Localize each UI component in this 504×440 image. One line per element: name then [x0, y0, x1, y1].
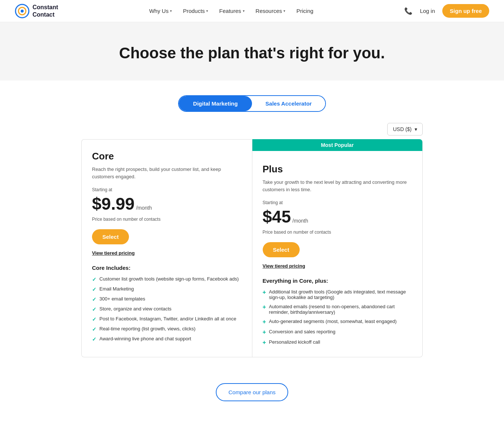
- feature-text: Award-winning live phone and chat suppor…: [99, 336, 191, 341]
- nav-right: 📞 Log in Sign up free: [404, 4, 489, 18]
- login-button[interactable]: Log in: [418, 5, 436, 17]
- feature-text: Post to Facebook, Instagram, Twitter, an…: [99, 316, 236, 322]
- core-price-period: /month: [136, 205, 152, 211]
- plus-select-button[interactable]: Select: [263, 242, 300, 257]
- core-includes-title: Core Includes:: [92, 265, 242, 271]
- plus-add-icon: +: [263, 339, 266, 346]
- list-item: + Auto-generated segments (most, somewha…: [263, 319, 412, 325]
- plus-add-icon: +: [263, 289, 266, 296]
- chevron-down-icon: ▾: [170, 9, 172, 13]
- list-item: ✓ Store, organize and view contacts: [92, 306, 242, 312]
- compare-plans-button[interactable]: Compare our plans: [216, 383, 288, 401]
- plus-plan-description: Take your growth to the next level by at…: [263, 179, 412, 193]
- core-plan-card: Core Reach the right prospects, build yo…: [81, 139, 252, 357]
- list-item: + Conversion and sales reporting: [263, 329, 412, 336]
- chevron-down-icon: ▾: [415, 126, 417, 132]
- feature-text: Additional list growth tools (Google ads…: [269, 289, 412, 300]
- list-item: + Additional list growth tools (Google a…: [263, 289, 412, 300]
- chevron-down-icon: ▾: [243, 9, 245, 13]
- list-item: ✓ Email Marketing: [92, 286, 242, 292]
- feature-text: Customer list growth tools (website sign…: [99, 276, 239, 282]
- checkmark-icon: ✓: [92, 336, 96, 342]
- list-item: ✓ 300+ email templates: [92, 296, 242, 302]
- core-price-amount: $9.99: [92, 194, 134, 214]
- plus-price-row: $45 /month: [263, 207, 412, 227]
- plan-toggle-section: Digital Marketing Sales Accelerator: [0, 95, 504, 112]
- list-item: + Automated emails (resend to non-opener…: [263, 304, 412, 315]
- toggle-sales-accelerator[interactable]: Sales Accelerator: [252, 96, 325, 111]
- checkmark-icon: ✓: [92, 296, 96, 302]
- chevron-down-icon: ▾: [206, 9, 208, 13]
- logo[interactable]: Constant Contact: [15, 4, 58, 18]
- svg-point-2: [21, 10, 24, 13]
- list-item: ✓ Post to Facebook, Instagram, Twitter, …: [92, 316, 242, 322]
- navbar: Constant Contact Why Us ▾ Products ▾ Fea…: [0, 0, 504, 22]
- checkmark-icon: ✓: [92, 316, 96, 322]
- checkmark-icon: ✓: [92, 276, 96, 282]
- feature-text: Email Marketing: [99, 286, 134, 292]
- plus-add-icon: +: [263, 319, 266, 325]
- list-item: ✓ Award-winning live phone and chat supp…: [92, 336, 242, 342]
- chevron-down-icon: ▾: [283, 9, 285, 13]
- plus-feature-list: + Additional list growth tools (Google a…: [263, 289, 412, 346]
- nav-pricing[interactable]: Pricing: [292, 5, 318, 17]
- plus-add-icon: +: [263, 329, 266, 336]
- feature-text: Real-time reporting (list growth, views,…: [99, 326, 195, 331]
- plus-price-note: Price based on number of contacts: [263, 230, 412, 235]
- nav-resources[interactable]: Resources ▾: [251, 5, 290, 17]
- feature-text: 300+ email templates: [99, 296, 145, 302]
- core-plan-name: Core: [92, 151, 242, 162]
- currency-section: USD ($) ▾: [0, 116, 504, 139]
- plus-view-tiered-pricing[interactable]: View tiered pricing: [263, 263, 412, 269]
- list-item: ✓ Real-time reporting (list growth, view…: [92, 326, 242, 332]
- plus-price-period: /month: [292, 218, 308, 224]
- nav-links: Why Us ▾ Products ▾ Features ▾ Resources…: [145, 5, 318, 17]
- feature-text: Conversion and sales reporting: [269, 329, 336, 334]
- core-view-tiered-pricing[interactable]: View tiered pricing: [92, 250, 242, 256]
- feature-text: Store, organize and view contacts: [99, 306, 171, 312]
- plus-price-amount: $45: [263, 207, 291, 227]
- currency-label: USD ($): [393, 126, 412, 132]
- core-price-row: $9.99 /month: [92, 194, 242, 214]
- most-popular-badge: Most Popular: [252, 139, 423, 151]
- compare-section: Compare our plans: [0, 372, 504, 423]
- nav-why-us[interactable]: Why Us ▾: [145, 5, 177, 17]
- list-item: ✓ Customer list growth tools (website si…: [92, 276, 242, 282]
- plus-plan-name: Plus: [263, 164, 412, 175]
- feature-text: Automated emails (resend to non-openers,…: [269, 304, 412, 315]
- phone-icon[interactable]: 📞: [404, 7, 412, 15]
- checkmark-icon: ✓: [92, 326, 96, 332]
- pricing-section: Core Reach the right prospects, build yo…: [0, 139, 504, 372]
- plus-plan-content: Plus Take your growth to the next level …: [263, 164, 412, 346]
- feature-text: Personalized kickoff call: [269, 339, 320, 345]
- list-item: + Personalized kickoff call: [263, 339, 412, 346]
- core-select-button[interactable]: Select: [92, 229, 129, 244]
- nav-features[interactable]: Features ▾: [215, 5, 249, 17]
- plus-starting-at: Starting at: [263, 200, 412, 205]
- core-price-note: Price based on number of contacts: [92, 217, 242, 222]
- currency-selector[interactable]: USD ($) ▾: [387, 123, 423, 135]
- hero-section: Choose the plan that's right for you.: [0, 22, 504, 80]
- hero-title: Choose the plan that's right for you.: [7, 44, 497, 62]
- core-plan-description: Reach the right prospects, build your cu…: [92, 166, 242, 181]
- logo-icon: [15, 4, 30, 18]
- logo-text: Constant Contact: [33, 4, 58, 18]
- plus-plan-card: Most Popular Plus Take your growth to th…: [252, 139, 423, 357]
- plus-add-icon: +: [263, 304, 266, 310]
- plan-toggle: Digital Marketing Sales Accelerator: [178, 95, 326, 112]
- feature-text: Auto-generated segments (most, somewhat,…: [269, 319, 396, 324]
- core-starting-at: Starting at: [92, 187, 242, 192]
- signup-button[interactable]: Sign up free: [442, 4, 489, 18]
- nav-products[interactable]: Products ▾: [178, 5, 212, 17]
- plus-includes-title: Everything in Core, plus:: [263, 278, 412, 284]
- toggle-digital-marketing[interactable]: Digital Marketing: [179, 96, 252, 111]
- checkmark-icon: ✓: [92, 286, 96, 292]
- checkmark-icon: ✓: [92, 306, 96, 312]
- core-feature-list: ✓ Customer list growth tools (website si…: [92, 276, 242, 342]
